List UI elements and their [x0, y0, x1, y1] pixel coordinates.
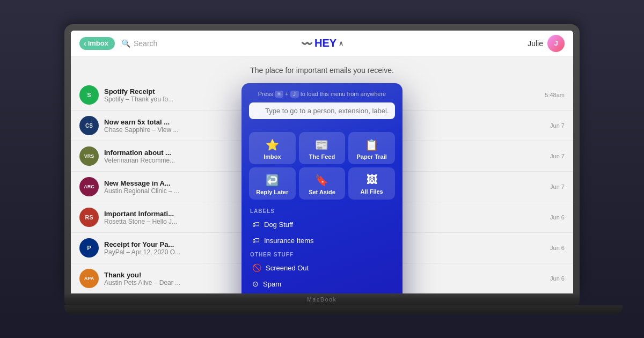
- dog-stuff-label: Dog Stuff: [264, 221, 293, 229]
- search-label: Search: [134, 39, 157, 48]
- other-section-header: OTHER STUFF: [249, 248, 395, 260]
- menu-search-wrap: ⊘: [249, 102, 395, 126]
- command-menu: Press ⌘ + J to load this menu from anywh…: [241, 83, 402, 293]
- imbox-label: Imbox: [264, 153, 281, 160]
- user-area: Julie J: [528, 35, 565, 52]
- back-arrow-icon: ‹: [84, 39, 86, 48]
- menu-btn-imbox[interactable]: ⭐ Imbox: [249, 132, 296, 164]
- menu-item-spam[interactable]: ⊙ Spam: [249, 276, 395, 292]
- menu-item-trash[interactable]: 🗑 Trash: [249, 292, 395, 293]
- avatar[interactable]: J: [547, 35, 565, 52]
- menu-item-insurance[interactable]: 🏷 Insurance Items: [249, 232, 395, 248]
- set-aside-label: Set Aside: [309, 189, 335, 195]
- spam-label: Spam: [263, 280, 281, 288]
- menu-btn-paper-trail[interactable]: 📋 Paper Trail: [348, 132, 395, 164]
- laptop-brand: MacBook: [307, 297, 337, 303]
- hey-logo: 〰️ HEY ∧: [301, 37, 343, 49]
- menu-btn-reply-later[interactable]: ↩️ Reply Later: [249, 167, 296, 200]
- set-aside-icon: 🔖: [315, 174, 328, 187]
- spam-icon: ⊙: [252, 280, 259, 288]
- main-content: The place for important emails you recei…: [71, 56, 573, 293]
- insurance-icon: 🏷: [252, 236, 260, 245]
- hey-caret-icon: ∧: [339, 40, 343, 47]
- menu-btn-feed[interactable]: 📰 The Feed: [299, 132, 346, 164]
- reply-later-label: Reply Later: [256, 189, 288, 195]
- search-icon: 🔍: [121, 39, 130, 48]
- screened-out-label: Screened Out: [266, 264, 309, 272]
- insurance-label: Insurance Items: [264, 237, 314, 245]
- feed-label: The Feed: [309, 153, 335, 160]
- dog-stuff-icon: 🏷: [252, 220, 260, 229]
- reply-later-icon: ↩️: [266, 174, 279, 187]
- search-bar[interactable]: 🔍 Search: [121, 39, 157, 48]
- hey-text: HEY: [314, 37, 336, 49]
- menu-grid: ⭐ Imbox 📰 The Feed 📋 Paper Trail: [249, 132, 395, 200]
- all-files-icon: 🖼: [367, 174, 377, 186]
- menu-search-input[interactable]: [249, 102, 395, 119]
- screened-out-icon: 🚫: [252, 263, 261, 272]
- back-label: Imbox: [88, 39, 108, 47]
- labels-section-header: LABELS: [249, 205, 395, 216]
- top-nav: ‹ Imbox 🔍 Search 〰️ HEY ∧: [71, 31, 573, 56]
- menu-hint: Press ⌘ + J to load this menu from anywh…: [249, 91, 395, 97]
- paper-trail-label: Paper Trail: [357, 153, 387, 160]
- feed-icon: 📰: [315, 138, 328, 151]
- wave-icon: 〰️: [301, 38, 312, 49]
- imbox-icon: ⭐: [266, 138, 279, 151]
- back-button[interactable]: ‹ Imbox: [79, 37, 115, 50]
- menu-item-dog-stuff[interactable]: 🏷 Dog Stuff: [249, 216, 395, 232]
- all-files-label: All Files: [361, 188, 383, 195]
- menu-btn-set-aside[interactable]: 🔖 Set Aside: [299, 167, 346, 200]
- menu-btn-all-files[interactable]: 🖼 All Files: [348, 167, 395, 200]
- paper-trail-icon: 📋: [365, 138, 378, 151]
- user-name: Julie: [528, 39, 543, 48]
- menu-item-screened-out[interactable]: 🚫 Screened Out: [249, 260, 395, 276]
